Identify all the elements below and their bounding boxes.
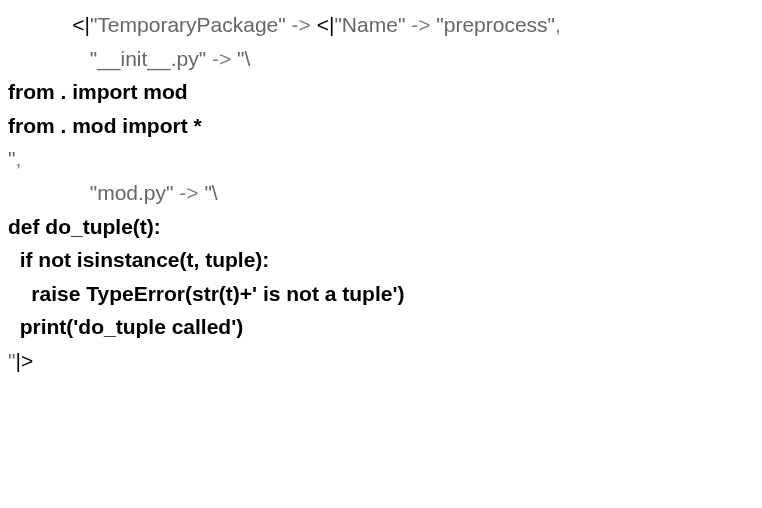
arrow: -> (286, 13, 317, 36)
assoc-open: <| (72, 13, 90, 36)
arrow-4: -> (173, 181, 204, 204)
key-temporary-package: "TemporaryPackage" (90, 13, 286, 36)
code-line-3: from . import mod (8, 75, 754, 109)
code-line-7: def do_tuple(t): (8, 210, 754, 244)
indent-2 (8, 47, 90, 70)
comma: , (555, 13, 561, 36)
code-line-4: from . mod import * (8, 109, 754, 143)
string-open-1: "\ (237, 47, 250, 70)
string-open-2: "\ (204, 181, 217, 204)
code-line-11: "|> (8, 344, 754, 378)
indent (8, 13, 72, 36)
code-line-9: raise TypeError(str(t)+' is not a tuple'… (8, 277, 754, 311)
code-line-5: ", (8, 142, 754, 176)
comma-2: , (15, 147, 21, 170)
assoc-open-2: <| (317, 13, 335, 36)
assoc-close: |> (15, 349, 33, 372)
indent-3 (8, 181, 90, 204)
code-line-6: "mod.py" -> "\ (8, 176, 754, 210)
code-line-10: print('do_tuple called') (8, 310, 754, 344)
code-line-8: if not isinstance(t, tuple): (8, 243, 754, 277)
arrow-3: -> (206, 47, 237, 70)
key-mod-py: "mod.py" (90, 181, 174, 204)
arrow-2: -> (405, 13, 436, 36)
key-init-py: "__init__.py" (90, 47, 206, 70)
code-line-2: "__init__.py" -> "\ (8, 42, 754, 76)
code-line-1: <|"TemporaryPackage" -> <|"Name" -> "pre… (8, 8, 754, 42)
key-name: "Name" (334, 13, 405, 36)
val-preprocess: "preprocess" (436, 13, 555, 36)
